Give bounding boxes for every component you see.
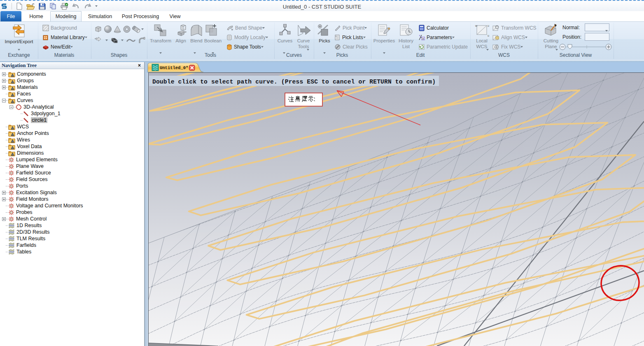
svg-text:a: a xyxy=(422,37,424,40)
svg-text:u: u xyxy=(488,24,489,27)
svg-text:u: u xyxy=(488,34,489,37)
svg-text:Double click to select path cu: Double click to select path curve. (Pres… xyxy=(152,79,436,85)
svg-text:Untitled_0*: Untitled_0* xyxy=(160,65,188,70)
svg-text:w: w xyxy=(475,24,478,27)
